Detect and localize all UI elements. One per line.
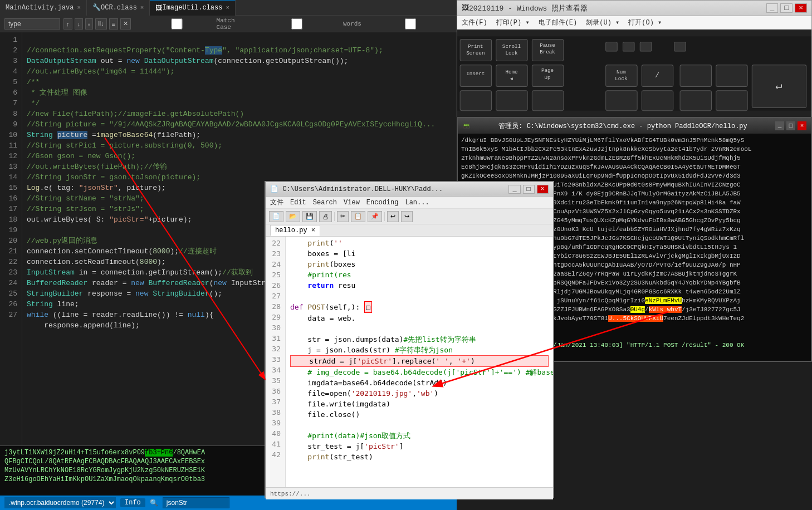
py-maximize[interactable]: □ xyxy=(523,185,535,194)
search-input[interactable] xyxy=(4,18,60,30)
menu-open[interactable]: 打开(O) ▾ xyxy=(628,18,662,27)
svg-text:Insert: Insert xyxy=(466,71,485,77)
svg-text:Scroll: Scroll xyxy=(502,43,521,50)
py-tabs: hello.py × xyxy=(266,224,553,237)
menu-email[interactable]: 电子邮件(E) xyxy=(539,18,578,27)
btn5[interactable]: ≡ xyxy=(109,18,118,30)
photo-viewer: 🖼 20210119 - Windows 照片查看器 _ □ × 文件(F) 打… xyxy=(457,0,812,117)
next-btn[interactable]: ↓ xyxy=(75,18,84,30)
svg-rect-33 xyxy=(532,91,563,111)
svg-text:Up: Up xyxy=(545,75,551,81)
close-icon[interactable]: × xyxy=(226,4,229,11)
close-icon[interactable]: × xyxy=(140,4,144,11)
minimize-btn[interactable]: _ xyxy=(766,3,779,13)
prev-btn[interactable]: ↑ xyxy=(63,18,72,30)
keyboard-svg: Print Screen Scroll Lock Pause Break Ins… xyxy=(457,30,811,117)
btn6[interactable]: ✕ xyxy=(120,18,131,30)
python-window: 📄 C:\Users\Administrator.DELL-HUKY\Padd.… xyxy=(265,181,554,498)
btn3[interactable]: ᵢᵢ xyxy=(85,18,93,30)
cmd-title: 📟 管理员: C:\Windows\system32\cmd.exe - pyt… xyxy=(458,118,811,134)
menu-print[interactable]: 打印(P) ▾ xyxy=(496,18,530,27)
svg-text:Screen: Screen xyxy=(466,50,485,56)
new-btn[interactable]: 📄 xyxy=(269,211,283,222)
svg-text:Pause: Pause xyxy=(540,42,555,48)
svg-text:◄: ◄ xyxy=(510,76,513,81)
tab-ocr[interactable]: 🔧 OCR.class × xyxy=(87,0,150,16)
py-menu-file[interactable]: 文件 xyxy=(270,198,283,207)
search-options: Match Case Words Rege xyxy=(139,17,457,31)
py-menu-search[interactable]: Search xyxy=(313,199,337,207)
maximize-btn[interactable]: □ xyxy=(780,3,793,13)
process-dropdown[interactable]: .winp.ocr.baiduocrdemo (29774) xyxy=(4,497,116,508)
py-active-tab[interactable]: hello.py × xyxy=(270,225,320,236)
photo-viewer-icon: 🖼 xyxy=(462,4,469,12)
log-search-input[interactable] xyxy=(163,497,229,508)
svg-rect-11 xyxy=(623,42,634,51)
py-title: 📄 C:\Users\Administrator.DELL-HUKY\Padd.… xyxy=(266,182,553,197)
py-code-area: 22232425 26272829 30313233 34353637 3839… xyxy=(266,237,553,487)
tab-imageutil[interactable]: 🖼 ImageUtil.class × xyxy=(150,0,236,16)
py-line-numbers: 22232425 26272829 30313233 34353637 3839… xyxy=(266,237,286,487)
cmd-title-buttons: _ □ × xyxy=(775,121,806,130)
tab-icon: 🔧 xyxy=(92,3,101,12)
cmd-maximize[interactable]: □ xyxy=(786,121,795,130)
svg-rect-35 xyxy=(642,91,673,111)
svg-text:Print: Print xyxy=(468,43,483,50)
svg-text:Home: Home xyxy=(505,69,517,75)
close-btn[interactable]: × xyxy=(795,3,807,13)
undo-btn[interactable]: ↩ xyxy=(387,211,399,222)
py-menu-edit[interactable]: Edit xyxy=(290,199,306,207)
photo-viewer-title: 🖼 20210119 - Windows 照片查看器 _ □ × xyxy=(457,1,811,16)
cmd-title-text: 管理员: C:\Windows\system32\cmd.exe - pytho… xyxy=(498,121,747,131)
tab-label: MainActivity.java xyxy=(6,4,74,12)
py-minimize[interactable]: _ xyxy=(508,185,520,194)
regex-option[interactable]: Rege xyxy=(366,18,457,30)
btn4[interactable]: Ⅱ↓ xyxy=(95,18,107,30)
svg-rect-37 xyxy=(716,91,747,111)
py-menu-view[interactable]: View xyxy=(344,199,360,207)
py-code-content[interactable]: print('' boxes = [li print(boxes #print(… xyxy=(286,237,553,487)
separator xyxy=(334,212,335,221)
py-title-text: 📄 C:\Users\Administrator.DELL-HUKY\Padd.… xyxy=(270,185,443,193)
tab-bar: MainActivity.java × 🔧 OCR.class × 🖼 Imag… xyxy=(0,0,457,16)
svg-rect-12 xyxy=(640,42,652,51)
cmd-icon: 📟 xyxy=(462,122,471,130)
py-menu-lang[interactable]: Lan... xyxy=(405,199,429,207)
menu-burn[interactable]: 刻录(U) ▾ xyxy=(586,18,619,27)
svg-text:↵: ↵ xyxy=(775,80,782,92)
match-case-option[interactable]: Match Case xyxy=(139,17,248,31)
svg-rect-10 xyxy=(606,42,618,51)
paste-btn[interactable]: 📌 xyxy=(368,211,382,222)
py-menu-encoding[interactable]: Encoding xyxy=(366,199,399,207)
svg-text:/: / xyxy=(655,71,659,80)
svg-text:Page: Page xyxy=(541,67,554,73)
cmd-close[interactable]: × xyxy=(798,121,806,130)
tab-icon: 🖼 xyxy=(155,4,162,12)
print-btn[interactable]: 🖨 xyxy=(319,211,332,222)
svg-text:Lock: Lock xyxy=(505,50,518,56)
py-toolbar: 📄 📂 💾 🖨 ✂ 📋 📌 ↩ ↪ xyxy=(266,209,553,224)
menu-file[interactable]: 文件(F) xyxy=(462,18,487,27)
svg-rect-28 xyxy=(716,65,747,87)
close-icon[interactable]: × xyxy=(77,4,81,11)
cut-btn[interactable]: ✂ xyxy=(337,211,349,222)
save-btn[interactable]: 💾 xyxy=(302,211,317,222)
svg-rect-16 xyxy=(496,65,527,87)
cmd-minimize[interactable]: _ xyxy=(775,121,784,130)
svg-text:Break: Break xyxy=(540,49,555,55)
photo-viewer-title-text: 20210119 - Windows 照片查看器 xyxy=(469,3,588,13)
open-btn[interactable]: 📂 xyxy=(286,211,300,222)
redo-btn[interactable]: ↪ xyxy=(401,211,413,222)
photo-viewer-menu: 文件(F) 打印(P) ▾ 电子邮件(E) 刻录(U) ▾ 打开(O) ▾ xyxy=(457,16,811,30)
copy-btn[interactable]: 📋 xyxy=(351,211,365,222)
tab-label: OCR.class xyxy=(101,4,137,12)
svg-rect-34 xyxy=(606,91,637,111)
line-numbers: 1234 5678 9101112 13141516 17181920 2122… xyxy=(0,32,22,481)
tab-mainactivity[interactable]: MainActivity.java × xyxy=(0,0,87,16)
svg-text:Num: Num xyxy=(617,69,626,75)
py-close[interactable]: × xyxy=(537,185,549,194)
py-title-buttons: _ □ × xyxy=(508,185,549,194)
py-menu: 文件 Edit Search View Encoding Lan... xyxy=(266,197,553,209)
words-option[interactable]: Words xyxy=(252,18,361,30)
py-status-url: https://... xyxy=(270,491,311,497)
